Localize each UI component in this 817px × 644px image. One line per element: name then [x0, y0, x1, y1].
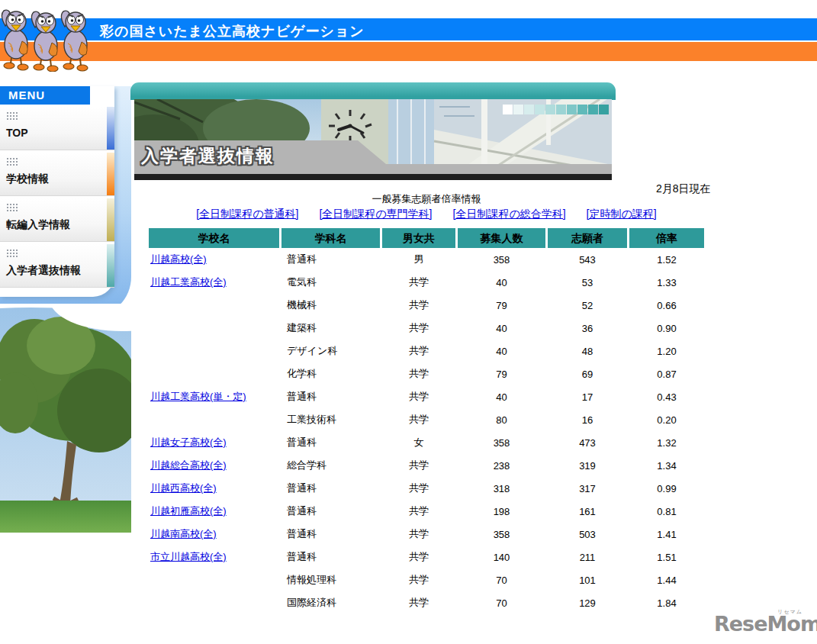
category-link-1[interactable]: [全日制課程の専門学科]	[319, 208, 432, 221]
applicants-cell: 473	[548, 437, 627, 449]
applicants-cell: 48	[548, 346, 627, 357]
school-link[interactable]: 市立川越高校(全)	[150, 551, 227, 562]
capacity-cell: 80	[458, 414, 545, 426]
table-row: デザイン科共学40481.20	[149, 340, 704, 362]
gender-cell: 共学	[382, 344, 455, 358]
capacity-cell: 79	[458, 300, 545, 311]
menu-heading: MENU	[0, 86, 90, 105]
column-header-0: 学校名	[149, 228, 279, 248]
gender-cell: 共学	[382, 596, 455, 610]
item-accent-stripe	[107, 153, 114, 195]
resemom-logo: リセマム ReseMom.	[714, 608, 810, 634]
department-cell: 普通科	[281, 390, 380, 404]
banner-teal-bar	[130, 82, 616, 100]
gender-cell: 共学	[382, 321, 455, 335]
sidebar-item-label: 転編入学情報	[6, 218, 70, 232]
teal-square	[524, 105, 534, 114]
capacity-cell: 318	[458, 483, 545, 494]
mascot-birds-icon	[1, 5, 92, 72]
gender-cell: 共学	[382, 367, 455, 381]
sidebar-item-top[interactable]: TOP	[0, 107, 114, 150]
department-cell: デザイン科	[281, 344, 380, 358]
table-row: 川越南高校(全)普通科共学3585031.41	[149, 523, 704, 546]
school-name-cell: 川越工業高校(全)	[149, 275, 279, 289]
department-cell: 普通科	[281, 436, 380, 449]
school-link[interactable]: 川越高校(全)	[150, 253, 207, 265]
table-row: 建築科共学40360.90	[149, 317, 704, 340]
applicants-cell: 36	[548, 323, 627, 334]
teal-square	[577, 105, 587, 114]
column-header-1: 学科名	[281, 228, 380, 248]
table-row: 情報処理科共学701011.44	[149, 568, 704, 591]
school-name-cell: 川越総合高校(全)	[149, 459, 279, 472]
column-header-3: 募集人数	[458, 228, 545, 248]
applicants-cell: 101	[548, 575, 627, 586]
gender-cell: 共学	[382, 298, 455, 312]
applicants-cell: 129	[548, 597, 627, 609]
department-cell: 普通科	[281, 550, 380, 564]
applicants-cell: 543	[548, 254, 627, 266]
category-link-2[interactable]: [全日制課程の総合学科]	[453, 208, 566, 221]
item-accent-stripe	[107, 198, 114, 241]
banner-title: 入学者選抜情報	[141, 144, 275, 168]
capacity-cell: 238	[458, 460, 545, 472]
sidebar-item-school-info[interactable]: 学校情報	[0, 153, 114, 196]
school-link[interactable]: 川越西高校(全)	[150, 482, 217, 494]
department-cell: 普通科	[281, 481, 380, 495]
capacity-cell: 40	[458, 323, 545, 334]
department-cell: 機械科	[281, 298, 380, 312]
ratio-cell: 1.41	[629, 529, 704, 540]
ratio-cell: 0.66	[629, 300, 704, 311]
school-link[interactable]: 川越工業高校(全)	[150, 276, 227, 288]
teal-square	[545, 105, 555, 114]
column-header-2: 男女共	[382, 228, 455, 248]
ratio-cell: 1.20	[629, 346, 704, 357]
ratio-cell: 1.34	[629, 460, 704, 472]
category-link-3[interactable]: [定時制の課程]	[587, 208, 657, 221]
sidebar-item-transfer-info[interactable]: 転編入学情報	[0, 198, 114, 242]
ratio-cell: 0.81	[629, 506, 704, 517]
department-cell: 総合学科	[281, 459, 380, 472]
department-cell: 工業技術科	[281, 413, 380, 427]
resemom-wordmark: ReseMom.	[714, 613, 810, 634]
table-row: 工業技術科共学80160.20	[149, 408, 704, 431]
ratio-cell: 0.43	[629, 391, 704, 403]
table-row: 国際経済科共学701291.84	[149, 591, 704, 614]
applicants-cell: 161	[548, 506, 627, 517]
sidebar-menu: MENU TOP学校情報転編入学情報入学者選抜情報	[0, 86, 114, 297]
gender-cell: 男	[382, 253, 455, 266]
applicants-cell: 211	[548, 552, 627, 563]
department-cell: 国際経済科	[281, 596, 380, 610]
category-link-0[interactable]: [全日制課程の普通科]	[196, 208, 298, 221]
school-name-cell: 川越初雁高校(全)	[149, 504, 279, 518]
teal-square	[599, 105, 609, 114]
page-banner: 入学者選抜情報	[130, 82, 616, 180]
school-link[interactable]: 川越総合高校(全)	[150, 459, 227, 471]
school-name-cell: 川越南高校(全)	[149, 527, 279, 541]
school-link[interactable]: 川越女子高校(全)	[150, 436, 227, 448]
gender-cell: 共学	[382, 413, 455, 427]
capacity-cell: 40	[458, 346, 545, 357]
item-accent-stripe	[107, 107, 114, 150]
sidebar-item-label: 入学者選抜情報	[6, 264, 81, 278]
teal-square	[556, 105, 566, 114]
school-name-cell: 川越工業高校(単・定)	[149, 390, 279, 404]
capacity-cell: 40	[458, 277, 545, 288]
table-row: 川越西高校(全)普通科共学3183170.99	[149, 477, 704, 500]
table-row: 川越高校(全)普通科男3585431.52	[149, 248, 704, 271]
applicants-cell: 16	[548, 414, 627, 426]
school-link[interactable]: 川越初雁高校(全)	[150, 505, 227, 517]
applicants-cell: 317	[548, 483, 627, 494]
school-name-cell: 川越女子高校(全)	[149, 436, 279, 449]
applicants-cell: 503	[548, 529, 627, 540]
capacity-cell: 70	[458, 575, 545, 586]
table-row: 川越工業高校(全)電気科共学40531.33	[149, 271, 704, 294]
school-link[interactable]: 川越南高校(全)	[150, 528, 217, 539]
school-link[interactable]: 川越工業高校(単・定)	[150, 391, 246, 402]
department-cell: 電気科	[281, 275, 380, 289]
sidebar-item-selection-info[interactable]: 入学者選抜情報	[0, 244, 114, 288]
gender-cell: 共学	[382, 527, 455, 541]
capacity-cell: 198	[458, 506, 545, 517]
dots-icon	[6, 203, 18, 212]
dots-icon	[6, 157, 18, 166]
